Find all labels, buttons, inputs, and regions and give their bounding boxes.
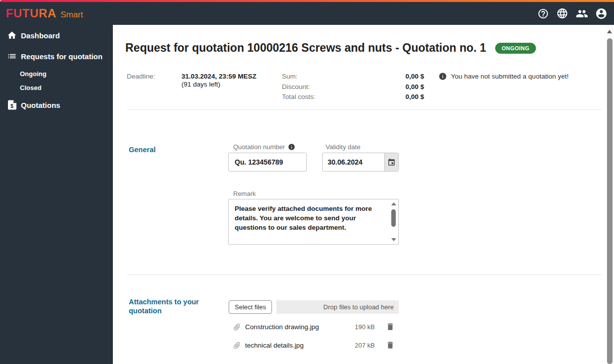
attachment-row: technical details.jpg 207 kB <box>233 339 395 351</box>
remark-scrollbar[interactable] <box>389 200 398 244</box>
totals-row-total-costs: Total costs: 0,00 $ <box>282 93 424 103</box>
attachment-file-size: 207 kB <box>355 342 375 349</box>
account-icon[interactable] <box>594 6 609 21</box>
total-costs-value: 0,00 $ <box>405 93 424 103</box>
sidebar-item-label: Quotations <box>21 101 60 109</box>
remark-textarea[interactable]: Please verify attached documents for mor… <box>228 199 399 245</box>
sidebar-item-requests-for-quotation[interactable]: Requests for quotation <box>0 46 113 67</box>
sidebar-item-label: Requests for quotation <box>21 52 102 61</box>
sidebar-subitem-label: Ongoing <box>20 70 46 78</box>
logo-smart: Smart <box>61 10 83 20</box>
scroll-down-icon[interactable] <box>391 238 396 241</box>
attachment-file-name: Construction drawing.jpg <box>245 323 319 331</box>
submission-info-text: You have not submitted a quotation yet! <box>451 73 569 80</box>
trash-icon <box>386 341 395 350</box>
main-content: Request for quotation 10000216 Screws an… <box>113 25 606 364</box>
attachment-file-size: 190 kB <box>355 323 375 331</box>
submission-info: You have not submitted a quotation yet! <box>439 72 569 81</box>
page-scroll-thumb[interactable] <box>607 38 613 364</box>
list-icon <box>7 51 17 61</box>
general-section-title: General <box>129 145 156 154</box>
sidebar-subitem-label: Closed <box>20 84 41 91</box>
sum-label: Sum: <box>282 73 298 83</box>
sidebar-item-ongoing[interactable]: Ongoing <box>0 67 113 81</box>
sidebar-item-closed[interactable]: Closed <box>0 81 113 94</box>
header-icon-group <box>535 6 609 21</box>
totals-table: Sum: 0,00 $ Discount: 0,00 $ Total costs… <box>282 73 424 103</box>
sidebar-item-dashboard[interactable]: Dashboard <box>0 25 113 46</box>
logo-futura: FUTURA <box>6 6 57 20</box>
sum-value: 0,00 $ <box>405 73 424 83</box>
info-icon[interactable] <box>288 143 295 151</box>
top-bar: FUTURA Smart <box>0 2 614 25</box>
paperclip-icon <box>231 321 243 333</box>
paperclip-icon <box>231 339 243 351</box>
trash-icon <box>386 322 395 331</box>
totals-row-sum: Sum: 0,00 $ <box>282 73 424 83</box>
info-icon <box>439 72 447 81</box>
calendar-picker-button[interactable] <box>384 153 398 171</box>
delete-attachment-button[interactable] <box>386 322 395 331</box>
totals-row-discount: Discount: 0,00 $ <box>282 83 424 93</box>
validity-date-input[interactable] <box>323 153 384 171</box>
discount-value: 0,00 $ <box>405 83 424 93</box>
title-row: Request for quotation 10000216 Screws an… <box>125 41 536 55</box>
page-title: Request for quotation 10000216 Screws an… <box>125 41 486 55</box>
attachment-row: Construction drawing.jpg 190 kB <box>233 321 395 333</box>
deadline-label: Deadline: <box>127 73 155 80</box>
attachments-section-title: Attachments to your quotation <box>129 297 213 315</box>
discount-label: Discount: <box>282 83 310 93</box>
home-icon <box>7 30 17 40</box>
calendar-icon <box>387 158 396 167</box>
sidebar-item-quotations[interactable]: $ Quotations <box>0 94 113 115</box>
divider <box>127 274 602 275</box>
file-dropzone[interactable]: Drop files to upload here <box>276 300 399 314</box>
app-logo: FUTURA Smart <box>6 6 83 20</box>
attachment-file-name: technical details.jpg <box>245 342 304 349</box>
divider <box>127 109 602 110</box>
sidebar-item-label: Dashboard <box>21 31 60 40</box>
status-badge: ONGOING <box>495 43 536 54</box>
validity-date-label: Validity date <box>326 143 360 151</box>
sidebar: Dashboard Requests for quotation Ongoing… <box>0 25 113 364</box>
scroll-up-icon[interactable] <box>607 30 612 33</box>
page-scrollbar[interactable] <box>606 25 614 364</box>
remark-text: Please verify attached documents for mor… <box>235 204 384 232</box>
validity-date-field <box>322 153 399 172</box>
remark-scroll-thumb[interactable] <box>391 209 396 227</box>
remark-label: Remark <box>233 190 256 197</box>
deadline-date: 31.03.2024, 23:59 MESZ <box>181 73 257 80</box>
quotation-number-label: Quotation number <box>233 143 295 151</box>
deadline-days-left: (91 days left) <box>181 81 257 88</box>
deadline-value: 31.03.2024, 23:59 MESZ (91 days left) <box>181 73 257 88</box>
quotation-number-input[interactable] <box>228 153 307 172</box>
select-files-button[interactable]: Select files <box>229 300 272 314</box>
quote-document-icon: $ <box>7 100 17 110</box>
svg-text:$: $ <box>10 103 13 109</box>
quotation-number-label-text: Quotation number <box>233 143 285 151</box>
help-icon[interactable] <box>535 6 550 21</box>
delete-attachment-button[interactable] <box>386 341 395 350</box>
scroll-up-icon[interactable] <box>391 202 396 205</box>
total-costs-label: Total costs: <box>282 93 316 103</box>
users-icon[interactable] <box>574 6 589 21</box>
language-globe-icon[interactable] <box>555 6 570 21</box>
